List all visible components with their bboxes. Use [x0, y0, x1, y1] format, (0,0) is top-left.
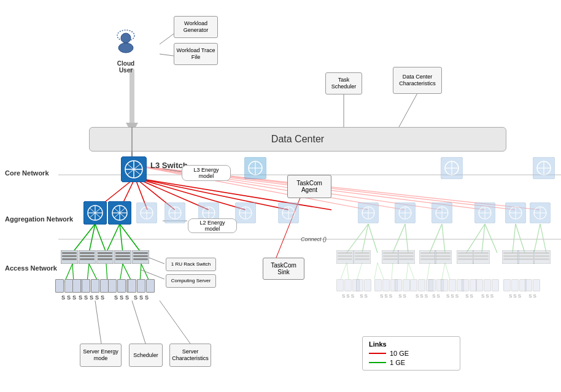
svg-rect-159: [115, 255, 130, 257]
svg-rect-147: [62, 255, 77, 257]
svg-line-61: [442, 263, 445, 279]
access-switch-4: [114, 250, 131, 265]
core-switch-right1: [441, 157, 463, 180]
server-group-r2: SS: [356, 279, 371, 299]
svg-rect-146: [62, 252, 77, 254]
svg-rect-208: [535, 258, 549, 260]
server-energy-box: Server Energy mode: [80, 344, 122, 367]
server-group-5: SSS: [128, 279, 155, 301]
svg-line-25: [95, 224, 106, 253]
svg-line-59: [408, 263, 414, 279]
access-switch-r7: [457, 250, 474, 265]
svg-rect-158: [115, 252, 130, 254]
svg-rect-152: [80, 258, 95, 260]
svg-line-24: [89, 224, 95, 253]
agg-switch-right3: [431, 202, 452, 225]
legend-1ge-line: [369, 362, 386, 363]
svg-rect-207: [535, 255, 549, 257]
svg-line-58: [406, 263, 408, 279]
l3-energy-box: L3 Energy model: [182, 165, 231, 181]
access-switch-3: [96, 250, 114, 265]
svg-rect-204: [519, 258, 533, 260]
access-switch-r5: [419, 250, 436, 265]
workload-trace-box: Workload Trace File: [174, 43, 218, 65]
computing-server-label: Computing Server: [166, 274, 216, 288]
server-group-r4: SS: [395, 279, 410, 299]
svg-rect-180: [399, 258, 414, 260]
agg-switch-right6: [530, 202, 551, 225]
agg-switch-left2: [108, 201, 131, 226]
svg-line-57: [392, 263, 393, 279]
l2-energy-box: L2 Energy model: [188, 218, 237, 233]
server-group-r11: SS: [525, 279, 540, 299]
svg-rect-176: [383, 258, 398, 260]
legend-title: Links: [369, 340, 454, 348]
svg-line-7: [399, 93, 417, 127]
server-group-r10: SSS: [503, 279, 527, 299]
svg-line-49: [516, 224, 525, 253]
connect-label: Connect (): [301, 236, 327, 242]
svg-line-40: [368, 224, 377, 253]
svg-line-27: [120, 224, 123, 253]
svg-line-210: [132, 301, 145, 344]
datacenter-box: Data Center: [89, 127, 506, 152]
svg-line-211: [160, 301, 190, 344]
access-switch-r9: [502, 250, 519, 265]
access-network-label: Access Network: [5, 264, 57, 272]
svg-line-38: [347, 224, 368, 253]
legend-10ge-label: 10 GE: [390, 350, 409, 357]
svg-line-56: [377, 263, 384, 279]
svg-rect-188: [436, 258, 451, 260]
svg-line-50: [534, 224, 540, 253]
l3-switch-icon: [121, 156, 147, 183]
agg-switch-mid2: [164, 202, 185, 225]
svg-rect-199: [503, 255, 518, 257]
access-switch-r3: [382, 250, 399, 265]
server-group-r8: SS: [462, 279, 477, 299]
access-switch-2: [79, 250, 96, 265]
lines-overlay: [0, 0, 561, 392]
svg-rect-151: [80, 255, 95, 257]
svg-line-41: [393, 224, 405, 253]
svg-rect-202: [519, 252, 533, 254]
svg-rect-155: [98, 255, 112, 257]
svg-rect-172: [355, 258, 369, 260]
core-network-label: Core Network: [5, 169, 49, 177]
svg-rect-198: [503, 252, 518, 254]
svg-rect-171: [355, 255, 369, 257]
svg-rect-156: [98, 258, 112, 260]
taskcom-agent-box: TaskCom Agent: [287, 175, 331, 198]
svg-line-60: [427, 263, 430, 279]
svg-rect-206: [535, 252, 549, 254]
svg-rect-183: [420, 255, 435, 257]
svg-line-44: [442, 224, 445, 253]
svg-line-39: [362, 224, 368, 253]
svg-point-68: [121, 33, 131, 43]
svg-rect-191: [458, 255, 473, 257]
server-group-r9: SSS: [476, 279, 499, 299]
server-char-box: Server Characteristics: [169, 344, 211, 367]
agg-switch-right1: [358, 202, 379, 225]
svg-rect-192: [458, 258, 473, 260]
server-group-r7: SSS: [441, 279, 464, 299]
svg-line-55: [374, 263, 377, 279]
agg-switch-mid5: [278, 202, 299, 225]
svg-rect-187: [436, 255, 451, 257]
svg-rect-160: [115, 258, 130, 260]
access-switch-r10: [517, 250, 535, 265]
svg-line-46: [482, 224, 485, 253]
svg-rect-184: [420, 258, 435, 260]
access-switch-5: [132, 250, 149, 265]
network-diagram: Core Network Aggregation Network Access …: [0, 0, 561, 392]
access-switch-r4: [398, 250, 415, 265]
svg-line-51: [540, 224, 546, 253]
access-switch-r6: [435, 250, 452, 265]
svg-rect-178: [399, 252, 414, 254]
legend-1ge-label: 1 GE: [390, 359, 405, 366]
taskcom-sink-box: TaskCom Sink: [263, 258, 304, 280]
svg-rect-166: [338, 252, 352, 254]
svg-rect-186: [436, 252, 451, 254]
legend-10ge-line: [369, 353, 386, 354]
svg-rect-162: [133, 252, 148, 254]
svg-line-67: [141, 270, 164, 279]
